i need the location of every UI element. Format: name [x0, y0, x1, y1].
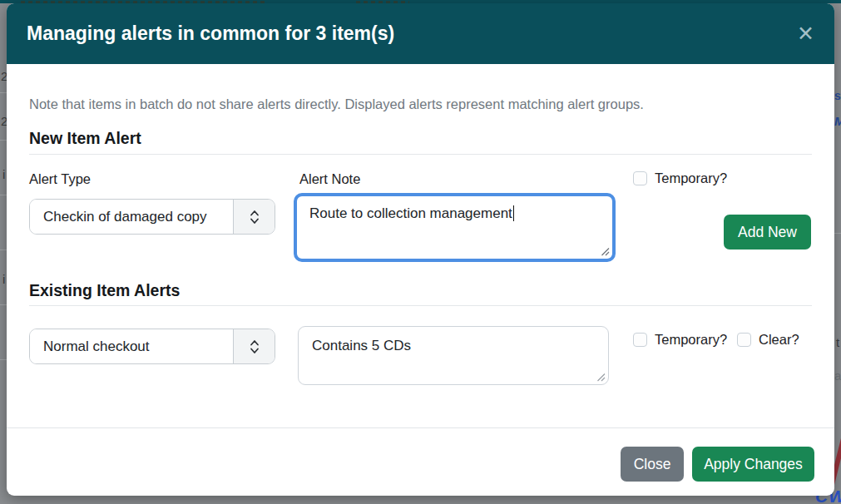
existing-clear-checkbox-row: Clear?	[737, 332, 799, 348]
background-text-fragment: st	[834, 90, 841, 101]
new-alert-note-text: Route to collection management	[309, 205, 512, 221]
background-table-line	[0, 250, 7, 250]
existing-temporary-checkbox-row: Temporary?	[633, 332, 727, 348]
new-alert-note-textarea[interactable]: Route to collection management	[294, 193, 616, 262]
new-alert-type-value: Checkin of damaged copy	[30, 200, 233, 234]
new-alert-type-select[interactable]: Checkin of damaged copy	[29, 199, 275, 235]
resize-grip-icon[interactable]	[596, 373, 606, 382]
new-temporary-checkbox-row: Temporary?	[633, 170, 727, 186]
existing-temporary-checkbox[interactable]	[633, 333, 647, 347]
background-table-line	[0, 140, 7, 141]
chevron-updown-icon	[233, 329, 275, 363]
background-text-fragment: i	[2, 273, 5, 285]
existing-temporary-label: Temporary?	[655, 332, 727, 348]
background-text-fragment: a	[834, 369, 841, 382]
chevron-updown-icon	[233, 200, 275, 234]
existing-item-alerts-heading: Existing Item Alerts	[29, 281, 180, 300]
close-button[interactable]: Close	[621, 447, 684, 482]
existing-clear-label: Clear?	[759, 332, 799, 348]
text-caret	[513, 205, 515, 221]
section-divider	[29, 154, 812, 155]
add-new-button[interactable]: Add New	[724, 215, 811, 250]
dialog-header: Managing alerts in common for 3 item(s) …	[7, 3, 834, 64]
apply-changes-button[interactable]: Apply Changes	[692, 447, 814, 482]
section-divider	[29, 305, 812, 306]
footer-divider	[7, 427, 834, 428]
new-temporary-label: Temporary?	[655, 170, 727, 186]
background-text-fragment: t	[836, 336, 839, 348]
background-table-line	[0, 92, 7, 93]
background-table-line	[834, 233, 841, 234]
existing-alert-note-text: Contains 5 CDs	[312, 338, 411, 353]
resize-grip-icon[interactable]	[601, 247, 610, 256]
alert-note-label: Alert Note	[299, 171, 360, 187]
background-text-fragment: i	[2, 168, 5, 180]
background-table-line	[0, 359, 7, 360]
batch-alerts-note: Note that items in batch do not share al…	[29, 96, 644, 112]
close-icon[interactable]: ✕	[797, 23, 814, 44]
existing-alert-note-textarea[interactable]: Contains 5 CDs	[298, 326, 609, 385]
existing-alert-type-select[interactable]: Normal checkout	[29, 329, 275, 364]
alert-type-label: Alert Type	[29, 171, 91, 187]
background-text-fragment: M	[834, 115, 841, 127]
existing-alert-type-value: Normal checkout	[30, 329, 233, 363]
new-temporary-checkbox[interactable]	[633, 171, 647, 185]
existing-clear-checkbox[interactable]	[737, 333, 751, 347]
dialog-title: Managing alerts in common for 3 item(s)	[27, 22, 797, 45]
background-table-line	[0, 195, 7, 195]
background-table-line	[0, 304, 7, 305]
manage-alerts-dialog: Managing alerts in common for 3 item(s) …	[7, 3, 834, 496]
new-item-alert-heading: New Item Alert	[29, 129, 141, 148]
